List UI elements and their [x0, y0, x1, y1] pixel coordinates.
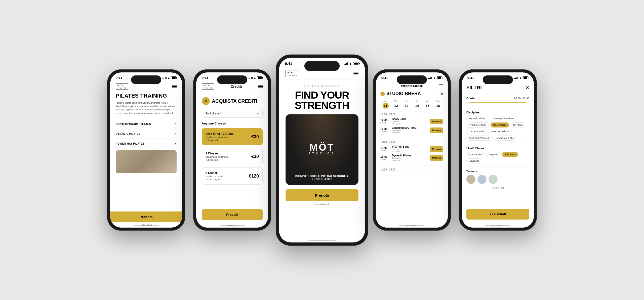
prenota-button-3[interactable]: Prenota: [286, 189, 358, 201]
trainer-avatar-3[interactable]: [489, 175, 498, 184]
filtri-title: FILTRI: [466, 85, 482, 91]
close-button-5[interactable]: ✕: [526, 85, 529, 91]
credit-offer-intro[interactable]: Intro Offer - 2 Classi Scadenza 2 settim…: [202, 128, 263, 145]
hero-image: MÖT STUDIOS ISCRIVITI OGGI E POTRAI SEGU…: [286, 114, 358, 185]
hamburger-menu-2[interactable]: [258, 85, 263, 88]
refresh-icon[interactable]: ↻: [440, 92, 443, 96]
calendar-strip: Lun 11 Mar 12 Mer 13 Gio 14 Ven 15: [376, 98, 448, 110]
tag-total-body-workout[interactable]: Total Body Workout: [466, 136, 492, 141]
prenota-trx-btn[interactable]: Prenota: [430, 146, 443, 152]
credits-title-block: ⊕ ACQUISTA CREDITI: [202, 97, 263, 105]
phone1-main-content: MÖT STUDIOS PILATES TRAINING I corsi di …: [110, 81, 182, 173]
hero-studios-text: STUDIOS: [308, 152, 336, 155]
status-time-1: 9:41: [116, 76, 122, 80]
filtri-main-content: Orario 07:00 - 22:00 Discipline Dynamic …: [462, 94, 534, 228]
trainer-avatars: [466, 175, 529, 184]
mot-logo-2: MÖT STUDIOS: [202, 83, 214, 90]
mot-logo-3: MÖT STUDIOS: [286, 70, 299, 77]
dynamic-island-1: [131, 75, 161, 84]
class-item-dynamic[interactable]: DYNAMIC PILATES ↗: [116, 129, 177, 139]
wifi-icon-3: ▲: [349, 62, 352, 65]
tag-lowerbody-abs[interactable]: LowerBody & Abs: [493, 136, 516, 141]
tag-hiit-boxe[interactable]: HIIT Boxe: [511, 122, 526, 127]
risultati-button[interactable]: 22 risultati: [466, 209, 529, 220]
class-row-contemporary: 12:00 55 min Contemporary Pilat... Domen…: [380, 126, 443, 134]
prenota-dynamic-btn[interactable]: Prenota: [430, 155, 443, 161]
cal-day-mer[interactable]: Mer 13: [401, 100, 412, 109]
home-indicator-1: [134, 225, 159, 226]
cal-day-sab[interactable]: Sab 16: [433, 100, 443, 109]
class-row-dynamic: 13:00 55 min Dynamic Pilates Domenom Beg…: [380, 154, 443, 161]
hamburger-menu-1[interactable]: [172, 85, 177, 88]
footer-3: motstudios.it: [279, 201, 365, 207]
home-indicator-4: [399, 225, 424, 226]
battery-1: [171, 76, 177, 79]
tag-trx-lower-body[interactable]: TRX Lower Body: [466, 122, 489, 127]
phone-prenota-classe: 9:41 ▲ ← Prenota Classe: [373, 69, 451, 231]
tag-booty-barre[interactable]: Booty Barre: [491, 122, 509, 127]
signal-icon-3: [344, 62, 348, 65]
studio-select-dropdown[interactable]: Tutti gli studi ⌕: [202, 109, 263, 118]
prenota-button-1[interactable]: Prenota: [110, 211, 182, 222]
trainer-avatar-1[interactable]: [466, 175, 475, 184]
page-description-1: I corsi di pilates sono pensati per aume…: [116, 101, 177, 115]
tag-contemporary-pilates[interactable]: Contemporary Pilates: [490, 116, 517, 121]
tag-dynamic-pilates[interactable]: Dynamic Pilates: [466, 116, 488, 121]
arrow-icon-3: ↗: [174, 142, 177, 145]
location-pin-icon: 📍: [380, 92, 385, 96]
credit-offer-1[interactable]: 1 Classe Scadenza 2 settimane Tutti gli …: [202, 148, 263, 165]
prenota-header-title: Prenota Classe: [401, 84, 423, 88]
tag-advanced[interactable]: Advanced: [466, 158, 482, 163]
hero-label: FITNESS BOUTIQUE: [286, 85, 358, 88]
hero-section: FITNESS BOUTIQUE FIND YOURSTRENGTH: [279, 79, 365, 114]
hamburger-menu-3[interactable]: [353, 72, 358, 75]
tag-trx-full-body[interactable]: TRX Full Body: [466, 129, 487, 134]
back-icon-4[interactable]: ←: [380, 83, 385, 89]
home-indicator-3: [308, 240, 336, 241]
hamburger-menu-4[interactable]: [439, 84, 443, 87]
cal-day-gio[interactable]: Gio 14: [412, 100, 422, 109]
dynamic-island-4: [397, 75, 427, 84]
battery-5: [523, 76, 528, 79]
status-time-5: 9:41: [467, 76, 474, 80]
battery-4: [437, 76, 442, 79]
credit-offer-6[interactable]: 6 Classi Scadenza 3 mesi Studio Magenta …: [202, 167, 263, 185]
studio-name: STUDIO BRERA: [386, 91, 421, 96]
class-item-power[interactable]: POWER MAT PILATES ↗: [116, 139, 177, 148]
battery-2: [257, 76, 263, 79]
mot-logo-1: MÖT STUDIOS: [116, 83, 128, 90]
signal-icon-1: [163, 77, 167, 79]
wifi-icon-2: ▲: [254, 76, 256, 79]
filter-trainers: Trainers Pulisci filtri: [466, 167, 529, 192]
timeslot-14-15: 14:00 - 15:00: [376, 166, 448, 176]
prenota-booty-btn[interactable]: Prenota: [430, 119, 443, 124]
anytime-label: Anytime Classes: [202, 122, 263, 125]
pulisci-filtri-button[interactable]: Pulisci filtri: [466, 186, 529, 189]
dynamic-island-3: [304, 61, 340, 71]
tag-intermediate[interactable]: Intermediate: [466, 152, 485, 157]
discipline-tags: Dynamic Pilates Contemporary Pilates TRX…: [466, 116, 529, 141]
phone-filtri: 9:41 ▲ FILTRI ✕: [459, 69, 537, 231]
wifi-icon-4: ▲: [433, 76, 436, 79]
filter-livelli: Livelli Classe Intermediate Beginner All…: [466, 144, 529, 167]
dynamic-island-2: [217, 75, 247, 84]
tag-all-levels[interactable]: All Levels: [502, 152, 518, 157]
tag-beginner[interactable]: Beginner: [486, 152, 501, 157]
status-time-2: 9:41: [202, 76, 208, 80]
signal-icon-4: [428, 77, 432, 79]
phone-pilates-training: 9:41 ▲ MÖT: [107, 69, 185, 231]
phone-acquista-crediti: 9:41 ▲ MÖT STUDIOS: [193, 69, 271, 231]
class-item-contemporary[interactable]: CONTEMPORARY PILATES ↗: [116, 119, 177, 129]
cal-day-lun[interactable]: Lun 11: [380, 100, 391, 109]
procedi-button[interactable]: Procedi: [202, 209, 263, 220]
cal-day-mar[interactable]: Mar 12: [391, 100, 401, 109]
credits-header-title: Crediti: [231, 84, 242, 89]
cal-day-ven[interactable]: Ven 15: [422, 100, 433, 109]
tag-power-mat-pilates[interactable]: Power Mat Pilates: [488, 129, 512, 134]
trainer-avatar-2[interactable]: [477, 175, 487, 184]
orario-range-slider[interactable]: [466, 102, 529, 103]
prenota-contemporary-btn[interactable]: Prenota: [430, 127, 443, 133]
wifi-icon-5: ▲: [519, 76, 522, 79]
status-icons-5: ▲: [514, 76, 528, 79]
class-row-trx: 13:00 50 min TRX Full Body Lorenzo All L…: [380, 145, 443, 153]
